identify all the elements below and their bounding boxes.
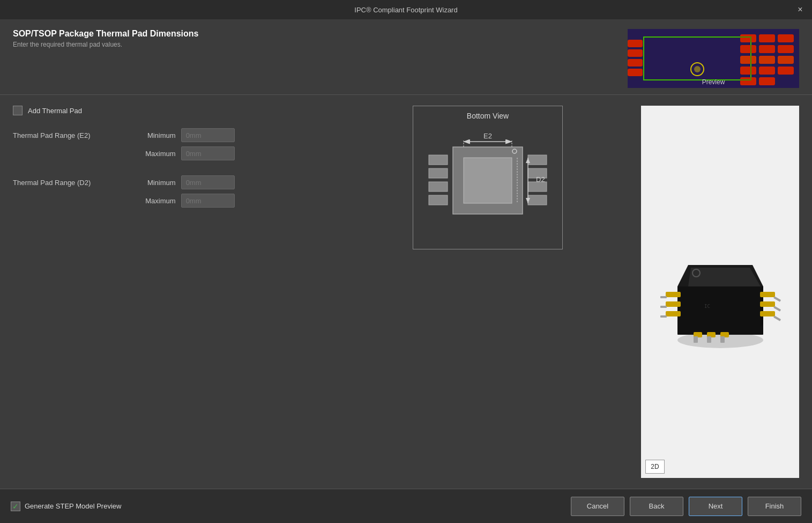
e2-maximum-input[interactable]	[181, 146, 235, 160]
view-2d-button[interactable]: 2D	[645, 460, 665, 474]
svg-rect-16	[759, 77, 775, 85]
svg-rect-67	[707, 336, 711, 343]
svg-rect-68	[720, 336, 725, 343]
svg-rect-13	[759, 67, 775, 75]
window-title: IPC® Compliant Footprint Wizard	[354, 6, 457, 14]
preview-label: Preview	[702, 78, 725, 86]
cancel-button[interactable]: Cancel	[571, 497, 624, 516]
svg-rect-51	[666, 292, 681, 297]
svg-rect-58	[760, 301, 775, 307]
svg-rect-28	[528, 155, 547, 165]
bottom-view-diagram-svg: E2 D2	[423, 126, 552, 244]
footer-actions: Cancel Back Next Finish	[571, 497, 801, 516]
svg-rect-5	[778, 34, 794, 42]
thermal-pad-e2-section: Thermal Pad Range (E2) Minimum Maximum	[13, 128, 334, 165]
svg-rect-54	[660, 296, 667, 298]
svg-rect-22	[628, 69, 643, 76]
svg-rect-19	[628, 40, 643, 47]
svg-rect-27	[429, 195, 448, 205]
svg-rect-6	[740, 45, 756, 53]
page-subtitle: Enter the required thermal pad values.	[13, 41, 199, 48]
add-thermal-pad-row: Add Thermal Pad	[13, 106, 334, 115]
svg-rect-33	[464, 158, 512, 203]
svg-rect-9	[740, 56, 756, 64]
form-panel: Add Thermal Pad Thermal Pad Range (E2) M…	[13, 106, 334, 478]
svg-rect-53	[666, 311, 681, 316]
generate-step-label: Generate STEP Model Preview	[25, 502, 121, 510]
svg-point-18	[694, 66, 701, 72]
svg-rect-15	[740, 77, 756, 85]
thermal-pad-d2-label: Thermal Pad Range (D2)	[13, 175, 131, 187]
d2-minimum-input[interactable]	[181, 175, 235, 189]
e2-minimum-row: Minimum	[133, 128, 235, 142]
pcb-thumbnail-area: Preview	[628, 29, 799, 88]
thermal-pad-d2-fields: Minimum Maximum	[133, 175, 235, 212]
svg-marker-44	[464, 139, 469, 144]
page-header: SOP/TSOP Package Thermal Pad Dimensions …	[0, 19, 812, 95]
svg-rect-49	[677, 286, 763, 335]
svg-rect-21	[628, 59, 643, 67]
d2-maximum-label: Maximum	[133, 197, 176, 205]
svg-rect-3	[740, 34, 756, 42]
e2-maximum-row: Maximum	[133, 146, 235, 160]
svg-rect-24	[429, 155, 448, 165]
thermal-pad-e2-fields: Minimum Maximum	[133, 128, 235, 165]
3d-preview-panel: IC 2D	[641, 106, 799, 478]
svg-rect-14	[778, 67, 794, 75]
svg-text:IC: IC	[704, 304, 710, 309]
svg-rect-55	[660, 306, 667, 308]
header-text: SOP/TSOP Package Thermal Pad Dimensions …	[13, 29, 199, 48]
d2-minimum-label: Minimum	[133, 179, 176, 187]
svg-rect-11	[778, 56, 794, 64]
thermal-pad-d2-section: Thermal Pad Range (D2) Minimum Maximum	[13, 175, 334, 212]
bottom-view-box: Bottom View	[413, 106, 563, 249]
ic-3d-svg: IC	[656, 222, 785, 362]
svg-rect-66	[694, 336, 698, 343]
svg-rect-8	[778, 45, 794, 53]
svg-rect-4	[759, 34, 775, 42]
thermal-pad-e2-label: Thermal Pad Range (E2)	[13, 128, 131, 139]
finish-button[interactable]: Finish	[748, 497, 801, 516]
generate-step-row: Generate STEP Model Preview	[11, 502, 571, 511]
e2-minimum-label: Minimum	[133, 131, 176, 139]
content-area: Add Thermal Pad Thermal Pad Range (E2) M…	[0, 95, 812, 489]
diagram-panel: Bottom View	[345, 106, 630, 478]
svg-text:E2: E2	[483, 132, 492, 140]
svg-rect-61	[773, 306, 781, 311]
title-bar: IPC® Compliant Footprint Wizard ×	[0, 0, 812, 19]
svg-rect-20	[628, 49, 643, 57]
svg-rect-57	[760, 292, 775, 297]
svg-text:D2: D2	[536, 175, 545, 183]
add-thermal-pad-label: Add Thermal Pad	[28, 107, 82, 115]
add-thermal-pad-checkbox[interactable]	[13, 106, 23, 115]
svg-rect-10	[759, 56, 775, 64]
e2-maximum-label: Maximum	[133, 150, 176, 158]
next-button[interactable]: Next	[689, 497, 742, 516]
svg-rect-59	[760, 311, 775, 316]
svg-rect-56	[660, 315, 667, 318]
page-title: SOP/TSOP Package Thermal Pad Dimensions	[13, 29, 199, 39]
generate-step-checkbox[interactable]	[11, 502, 20, 511]
svg-rect-12	[740, 67, 756, 75]
d2-maximum-input[interactable]	[181, 194, 235, 208]
e2-minimum-input[interactable]	[181, 128, 235, 142]
d2-minimum-row: Minimum	[133, 175, 235, 189]
svg-rect-52	[666, 301, 681, 307]
svg-rect-62	[773, 315, 781, 321]
back-button[interactable]: Back	[630, 497, 683, 516]
footer: Generate STEP Model Preview Cancel Back …	[0, 489, 812, 523]
3d-preview-area: IC	[641, 106, 799, 478]
main-container: SOP/TSOP Package Thermal Pad Dimensions …	[0, 19, 812, 523]
svg-rect-25	[429, 168, 448, 178]
svg-rect-7	[759, 45, 775, 53]
svg-rect-31	[528, 195, 547, 205]
close-button[interactable]: ×	[795, 4, 806, 15]
svg-rect-60	[773, 296, 781, 301]
d2-maximum-row: Maximum	[133, 194, 235, 208]
svg-rect-26	[429, 182, 448, 191]
bottom-view-title: Bottom View	[419, 112, 557, 120]
svg-marker-45	[506, 139, 512, 144]
